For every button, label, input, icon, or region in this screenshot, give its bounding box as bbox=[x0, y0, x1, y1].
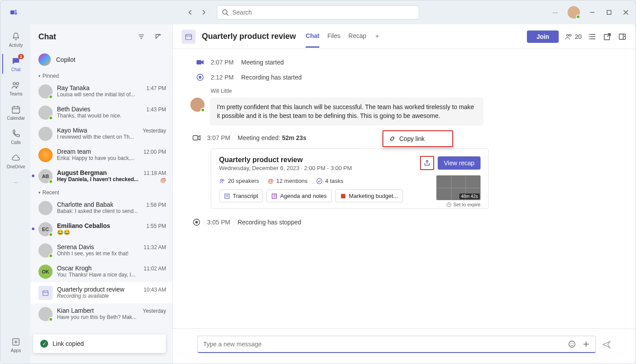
chat-preview: Thanks, that would be nice. bbox=[57, 113, 166, 119]
tab-recap[interactable]: Recap bbox=[348, 25, 366, 48]
list-icon[interactable] bbox=[588, 32, 597, 41]
section-recent[interactable]: Recent bbox=[30, 187, 172, 197]
chip-budget[interactable]: Marketing budget... bbox=[335, 190, 403, 202]
copy-link-tooltip[interactable]: Copy link bbox=[382, 130, 453, 147]
nav-forward[interactable] bbox=[199, 8, 208, 17]
conversation-header: Quarterly product review Chat Files Reca… bbox=[173, 24, 636, 49]
svg-point-26 bbox=[569, 34, 572, 36]
section-pinned[interactable]: Pinned bbox=[30, 70, 172, 81]
transcript-icon bbox=[224, 193, 230, 199]
chat-item[interactable]: Kayo MiwaYesterdayI reviewed with the cl… bbox=[30, 123, 172, 144]
chat-avatar bbox=[38, 148, 53, 162]
link-icon bbox=[389, 135, 396, 142]
chat-preview: Recording is available bbox=[57, 293, 166, 299]
plus-icon[interactable] bbox=[582, 340, 590, 348]
svg-rect-6 bbox=[607, 11, 611, 15]
svg-line-4 bbox=[227, 14, 228, 15]
chat-preview: Ohhh I see, yes let me fix that! bbox=[57, 250, 166, 257]
more-options-icon[interactable]: ··· bbox=[551, 8, 560, 17]
tab-chat[interactable]: Chat bbox=[306, 25, 319, 48]
svg-point-57 bbox=[573, 343, 574, 344]
chat-item[interactable]: Dream team12:00 PMErika: Happy to have y… bbox=[30, 144, 172, 166]
apps-icon bbox=[11, 337, 21, 347]
message-author: Will Little bbox=[211, 88, 625, 94]
rail-label: Apps bbox=[11, 348, 21, 353]
rail-teams[interactable]: Teams bbox=[2, 78, 29, 98]
chat-item[interactable]: OKOscar Krogh11:02 AMYou: Thanks! Have a… bbox=[30, 261, 172, 282]
popout-icon[interactable] bbox=[603, 32, 612, 41]
window-maximize[interactable] bbox=[605, 8, 613, 17]
chat-time: 12:00 PM bbox=[144, 149, 166, 155]
rail-onedrive[interactable]: OneDrive bbox=[2, 151, 29, 171]
rail-label: Activity bbox=[9, 43, 23, 48]
svg-point-43 bbox=[222, 179, 224, 181]
message-row: Will Little bbox=[190, 88, 625, 96]
tab-files[interactable]: Files bbox=[327, 25, 341, 48]
svg-point-10 bbox=[16, 83, 19, 85]
search-box[interactable] bbox=[217, 5, 419, 19]
chip-agenda[interactable]: Agenda and notes bbox=[266, 190, 332, 202]
chat-item[interactable]: Kian LambertYesterdayHave you run this b… bbox=[30, 303, 172, 325]
search-icon bbox=[222, 9, 229, 16]
rail-chat[interactable]: 1 Chat bbox=[2, 54, 29, 74]
copilot-item[interactable]: Copilot bbox=[30, 49, 172, 70]
panel-icon[interactable] bbox=[618, 32, 627, 41]
view-recap-button[interactable]: View recap bbox=[438, 156, 481, 170]
chat-preview: I reviewed with the client on Th... bbox=[57, 134, 166, 140]
chip-transcript[interactable]: Transcript bbox=[219, 190, 263, 202]
powerpoint-icon bbox=[340, 193, 346, 199]
chat-list-panel: Chat Copilot Pinned Ray Tanaka1:47 PMLou… bbox=[30, 24, 173, 364]
svg-rect-48 bbox=[272, 194, 276, 198]
user-avatar[interactable] bbox=[568, 6, 580, 19]
chat-item[interactable]: Beth Davies1:43 PMThanks, that would be … bbox=[30, 102, 172, 123]
video-outline-icon bbox=[192, 133, 201, 142]
chat-name: Serena Davis bbox=[57, 243, 94, 250]
rail-calls[interactable]: Calls bbox=[2, 127, 29, 147]
new-chat-icon[interactable] bbox=[152, 30, 164, 43]
chat-name: Emiliano Ceballos bbox=[57, 222, 110, 229]
emoji-icon[interactable] bbox=[568, 340, 576, 348]
chat-time: 11:02 AM bbox=[144, 265, 166, 272]
nav-back[interactable] bbox=[186, 8, 195, 17]
teams-app-icon bbox=[9, 8, 18, 17]
titlebar: ··· bbox=[0, 0, 636, 24]
chat-item[interactable]: ECEmiliano Ceballos1:55 PM😂😂 bbox=[30, 219, 172, 240]
cloud-icon bbox=[11, 153, 21, 163]
message-avatar[interactable] bbox=[190, 98, 204, 112]
svg-point-44 bbox=[317, 178, 322, 184]
share-recap-button[interactable] bbox=[420, 156, 434, 170]
svg-point-42 bbox=[220, 179, 222, 181]
chat-avatar bbox=[38, 243, 53, 258]
chat-avatar: OK bbox=[38, 265, 53, 279]
send-icon[interactable] bbox=[602, 340, 611, 349]
chat-item[interactable]: Quarterly product review10:43 AMRecordin… bbox=[30, 282, 172, 303]
window-close[interactable] bbox=[621, 8, 630, 17]
participant-count[interactable]: 20 bbox=[565, 33, 582, 41]
svg-point-1 bbox=[15, 10, 17, 12]
chat-item[interactable]: Ray Tanaka1:47 PMLouisa will send the in… bbox=[30, 81, 172, 102]
chat-item[interactable]: Serena Davis11:32 AMOhhh I see, yes let … bbox=[30, 240, 172, 261]
chat-item[interactable]: ABAugust Bergman11:18 AMHey Daniela, I h… bbox=[30, 166, 172, 187]
search-input[interactable] bbox=[232, 9, 414, 16]
svg-point-25 bbox=[567, 34, 569, 36]
filter-icon[interactable] bbox=[135, 30, 148, 43]
chat-time: Yesterday bbox=[143, 308, 166, 314]
compose-input[interactable] bbox=[203, 341, 568, 348]
recap-thumbnail[interactable]: 48m 42s bbox=[436, 175, 481, 200]
calendar-icon bbox=[11, 104, 21, 115]
copilot-icon bbox=[38, 53, 51, 66]
rail-apps[interactable]: Apps bbox=[2, 335, 29, 355]
ellipsis-icon: ··· bbox=[11, 177, 21, 188]
composer bbox=[173, 328, 636, 364]
chat-item[interactable]: Charlotte and Babak1:58 PMBabak: I asked… bbox=[30, 197, 172, 219]
chat-preview: You: Thanks! Have a nice day, I... bbox=[57, 272, 166, 278]
window-minimize[interactable] bbox=[588, 8, 597, 17]
mention-icon: @ bbox=[268, 178, 274, 184]
rail-more[interactable]: ··· bbox=[2, 175, 29, 190]
rail-calendar[interactable]: Calendar bbox=[2, 102, 29, 122]
rail-activity[interactable]: Activity bbox=[2, 30, 29, 49]
join-button[interactable]: Join bbox=[527, 30, 559, 43]
recap-title: Quarterly product review bbox=[219, 156, 352, 164]
compose-box[interactable] bbox=[197, 336, 596, 353]
add-tab[interactable]: ＋ bbox=[374, 25, 380, 48]
